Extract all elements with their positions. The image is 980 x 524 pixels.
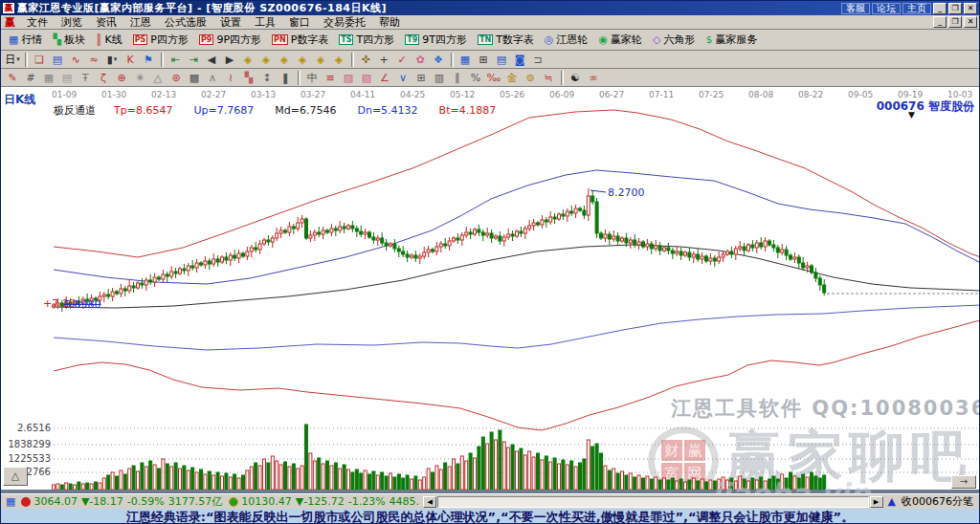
p-number-table-button[interactable]: PNP数字表 bbox=[267, 31, 333, 49]
t-square-button[interactable]: TST四方形 bbox=[334, 31, 399, 49]
yinyang-tool-button[interactable]: ☯ bbox=[567, 70, 584, 86]
menu-item-江恩[interactable]: 江恩 bbox=[123, 15, 158, 30]
circle-ring-tool-button[interactable]: ⊕ bbox=[113, 70, 130, 86]
sz-index-icon[interactable] bbox=[229, 497, 238, 507]
gann-box-tool-button[interactable]: ▦ bbox=[40, 70, 57, 86]
gann-wheel-button[interactable]: ◎江恩轮 bbox=[540, 31, 593, 49]
shade-grid-tool-button[interactable]: ▚ bbox=[240, 70, 257, 86]
overlay-flag-icon[interactable]: ⚑ bbox=[140, 52, 157, 68]
chart-hscrollbar[interactable] bbox=[1, 490, 979, 493]
vertical-line-tool-button[interactable]: ❚ bbox=[277, 70, 294, 86]
select-check-button[interactable]: ✓ bbox=[393, 52, 411, 68]
permille-tool-button[interactable]: ‰ bbox=[485, 70, 502, 86]
wave-zigzag-icon[interactable]: ∿ bbox=[67, 52, 84, 68]
gann-diamond-all-button[interactable]: ◈ bbox=[330, 52, 347, 68]
angle-up-tool-button[interactable]: ∧ bbox=[204, 70, 221, 86]
save-button[interactable]: ◙ bbox=[511, 52, 528, 68]
candle-style-button[interactable]: ▮▾ bbox=[103, 52, 121, 68]
calculator-button[interactable]: ⊞ bbox=[475, 52, 492, 68]
gann-diamond-left-button[interactable]: ◈ bbox=[239, 52, 256, 68]
infinity-tool-button[interactable]: ∞ bbox=[585, 70, 602, 86]
triangle-tool-button[interactable]: △ bbox=[149, 70, 167, 86]
angle-line-tool-button[interactable]: ∠ bbox=[376, 70, 393, 86]
winner-wheel-button[interactable]: ◉赢家轮 bbox=[593, 31, 647, 49]
price-grid-tool-button[interactable]: ▤ bbox=[58, 70, 76, 86]
dense-grid-tool-button[interactable]: ▩ bbox=[186, 70, 203, 86]
mdi-minimize-button[interactable]: _ bbox=[933, 16, 947, 28]
vertical-range-tool-button[interactable]: ↕ bbox=[258, 70, 276, 86]
chart-area[interactable]: 江恩工具软件 QQ:100800360 财赢富网 赢家聊吧 日K线 01-090… bbox=[1, 87, 979, 493]
p9-square-button[interactable]: P99P四方形 bbox=[194, 31, 266, 49]
p-square-button[interactable]: PSP四方形 bbox=[128, 31, 193, 49]
kline-style-icon[interactable]: K bbox=[122, 52, 139, 68]
grid-tool-button[interactable]: # bbox=[22, 70, 39, 86]
spiral-tool-button[interactable]: ζ bbox=[95, 70, 112, 86]
first-bar-button[interactable]: ⇤ bbox=[167, 52, 184, 68]
wave-zigzag2-icon[interactable]: ≈ bbox=[85, 52, 102, 68]
menu-item-交易委托[interactable]: 交易委托 bbox=[317, 15, 372, 30]
expand-panel-button[interactable]: △ bbox=[3, 467, 28, 486]
sectors-button[interactable]: ▚板块 bbox=[48, 31, 89, 49]
close-button[interactable]: ✕ bbox=[964, 3, 977, 14]
menu-item-窗口[interactable]: 窗口 bbox=[282, 15, 317, 30]
quotes-grid-icon[interactable]: ▦ bbox=[6, 495, 15, 508]
tick-view-label[interactable]: 收000676分笔 bbox=[902, 494, 973, 509]
menu-item-资讯[interactable]: 资讯 bbox=[89, 15, 123, 30]
pen-tool-button[interactable]: ✎ bbox=[4, 70, 21, 86]
last-bar-button[interactable]: ⇥ bbox=[185, 52, 202, 68]
next-bar-button[interactable]: ▶ bbox=[221, 52, 238, 68]
band-grid-tool-button[interactable]: ▥ bbox=[431, 70, 448, 86]
window-style-icon[interactable]: ❏ bbox=[31, 52, 48, 68]
t9-square-button[interactable]: T99T四方形 bbox=[400, 31, 472, 49]
minimize-button[interactable]: _ bbox=[933, 3, 947, 14]
parallel-lines-tool-button[interactable]: ∥ bbox=[449, 70, 466, 86]
hexagon-button[interactable]: ◇六角形 bbox=[648, 31, 700, 49]
forum-button[interactable]: 论坛 bbox=[872, 3, 901, 14]
restore-button[interactable]: ❐ bbox=[948, 3, 962, 14]
square-grid-tool-button[interactable]: ⊞ bbox=[412, 70, 430, 86]
flower-tool-icon[interactable]: ✿ bbox=[412, 52, 429, 68]
t-number-table-button[interactable]: TNT数字表 bbox=[473, 31, 539, 49]
support-button[interactable]: 客服 bbox=[841, 3, 870, 14]
sh-index-icon[interactable] bbox=[21, 497, 31, 507]
status-scroll-left-button[interactable]: ◀ bbox=[423, 496, 436, 508]
kline-button[interactable]: ║K线 bbox=[91, 31, 127, 49]
market-quotes-button[interactable]: ▦行情 bbox=[4, 31, 47, 49]
scroll-right-button[interactable]: → bbox=[951, 475, 976, 489]
menu-item-文件[interactable]: 文件 bbox=[20, 15, 55, 30]
period-daily-button[interactable]: 日▾ bbox=[4, 52, 21, 68]
crosshair-button[interactable]: + bbox=[375, 52, 392, 68]
golden-section-tool-button[interactable]: 金 bbox=[503, 70, 521, 86]
pink-grid2-tool-button[interactable]: ▧ bbox=[358, 70, 375, 86]
pink-grid-tool-button[interactable]: ▨ bbox=[340, 70, 357, 86]
wave-tool-button[interactable]: ≀ bbox=[222, 70, 239, 86]
gann-diamond-right-button[interactable]: ◈ bbox=[257, 52, 275, 68]
menu-item-浏览[interactable]: 浏览 bbox=[55, 15, 89, 30]
gann-diamond-tall-button[interactable]: ◈ bbox=[312, 52, 329, 68]
prev-bar-button[interactable]: ◀ bbox=[203, 52, 220, 68]
ledger-button[interactable]: ▤ bbox=[493, 52, 510, 68]
mdi-restore-button[interactable]: ❐ bbox=[948, 16, 962, 28]
percent-tool-button[interactable]: % bbox=[467, 70, 484, 86]
center-line-tool-button[interactable]: 中 bbox=[303, 70, 321, 86]
t-ruler-tool-button[interactable]: Ŧ bbox=[77, 70, 94, 86]
cart-button[interactable]: ⊐ bbox=[529, 52, 546, 68]
multi-fan-tool-button[interactable]: ≡ bbox=[322, 70, 339, 86]
status-scrollbar-track[interactable] bbox=[437, 496, 868, 508]
menu-item-帮助[interactable]: 帮助 bbox=[372, 15, 407, 30]
candlestick-chart[interactable] bbox=[1, 87, 979, 493]
homepage-button[interactable]: 主页 bbox=[902, 3, 931, 14]
golden-circle-tool-button[interactable]: ⊜ bbox=[522, 70, 539, 86]
puzzle-tool-icon[interactable]: ❖ bbox=[430, 52, 447, 68]
calendar-button[interactable]: ▦ bbox=[457, 52, 474, 68]
gann-diamond-wide-button[interactable]: ◈ bbox=[276, 52, 293, 68]
mdi-close-button[interactable]: ✕ bbox=[964, 16, 977, 28]
menu-item-公式选股[interactable]: 公式选股 bbox=[158, 15, 213, 30]
menu-item-工具[interactable]: 工具 bbox=[248, 15, 282, 30]
gann-fan-tool-button[interactable]: ⊛ bbox=[167, 70, 185, 86]
status-scroll-right-button[interactable]: ▶ bbox=[870, 496, 883, 508]
hand-tool-button[interactable]: ✜ bbox=[357, 52, 374, 68]
gann-diamond-narrow-button[interactable]: ◈ bbox=[294, 52, 311, 68]
rays-tool-button[interactable]: ✳ bbox=[131, 70, 148, 86]
check-line-tool-button[interactable]: ∨ bbox=[394, 70, 412, 86]
